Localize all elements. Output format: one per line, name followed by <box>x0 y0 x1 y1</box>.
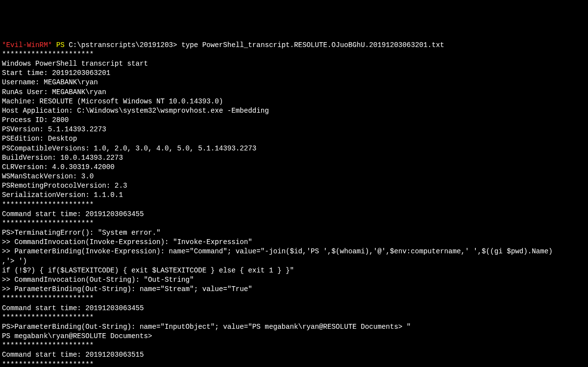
output-line: >> ParameterBinding(Out-String): name="S… <box>2 285 586 294</box>
typed-command: type PowerShell_transcript.RESOLUTE.OJuo… <box>181 41 444 49</box>
output-line: PSVersion: 5.1.14393.2273 <box>2 125 586 134</box>
terminal-output[interactable]: *Evil-WinRM* PS C:\pstranscripts\2019120… <box>2 41 586 367</box>
output-line: Windows PowerShell transcript start <box>2 59 586 69</box>
output-line: ********************** <box>2 341 586 350</box>
output-line: ********************** <box>2 294 586 303</box>
output-line: PS megabank\ryan@RESOLUTE Documents> <box>2 332 586 341</box>
output-line: ********************** <box>2 219 586 228</box>
output-line: CLRVersion: 4.0.30319.42000 <box>2 163 586 172</box>
output-line: PSRemotingProtocolVersion: 2.3 <box>2 181 586 191</box>
output-line: >> CommandInvocation(Invoke-Expression):… <box>2 238 586 247</box>
output-line: if (!$?) { if($LASTEXITCODE) { exit $LAS… <box>2 266 586 275</box>
output-line: Username: MEGABANK\ryan <box>2 78 586 87</box>
output-line: Machine: RESOLUTE (Microsoft Windows NT … <box>2 97 586 106</box>
output-line: ,'> ') <box>2 257 586 266</box>
output-line: Host Application: C:\Windows\system32\ws… <box>2 106 586 116</box>
output-line: ********************** <box>2 360 586 367</box>
evil-winrm-prompt: *Evil-WinRM* <box>2 41 52 49</box>
output-line: Command start time: 20191203063515 <box>2 350 586 360</box>
output-line: PSCompatibleVersions: 1.0, 2.0, 3.0, 4.0… <box>2 144 586 153</box>
output-line: PSEdition: Desktop <box>2 134 586 144</box>
output-line: ********************** <box>2 200 586 210</box>
output-line: PS>ParameterBinding(Out-String): name="I… <box>2 322 586 332</box>
output-line: RunAs User: MEGABANK\ryan <box>2 88 586 97</box>
output-line: SerializationVersion: 1.1.0.1 <box>2 191 586 200</box>
output-line: >> CommandInvocation(Out-String): "Out-S… <box>2 275 586 285</box>
output-line: BuildVersion: 10.0.14393.2273 <box>2 153 586 163</box>
output-line: Command start time: 20191203063455 <box>2 210 586 219</box>
output-line: >> ParameterBinding(Invoke-Expression): … <box>2 247 586 256</box>
output-line: PS>TerminatingError(): "System error." <box>2 228 586 238</box>
output-line: Command start time: 20191203063455 <box>2 304 586 313</box>
output-line: ********************** <box>2 313 586 322</box>
prompt-path: C:\pstranscripts\20191203> <box>69 41 177 49</box>
ps-prompt: PS <box>56 41 65 49</box>
output-line: Start time: 20191203063201 <box>2 69 586 78</box>
output-line: WSManStackVersion: 3.0 <box>2 172 586 181</box>
output-line: ********************** <box>2 50 586 59</box>
output-line: Process ID: 2800 <box>2 116 586 125</box>
